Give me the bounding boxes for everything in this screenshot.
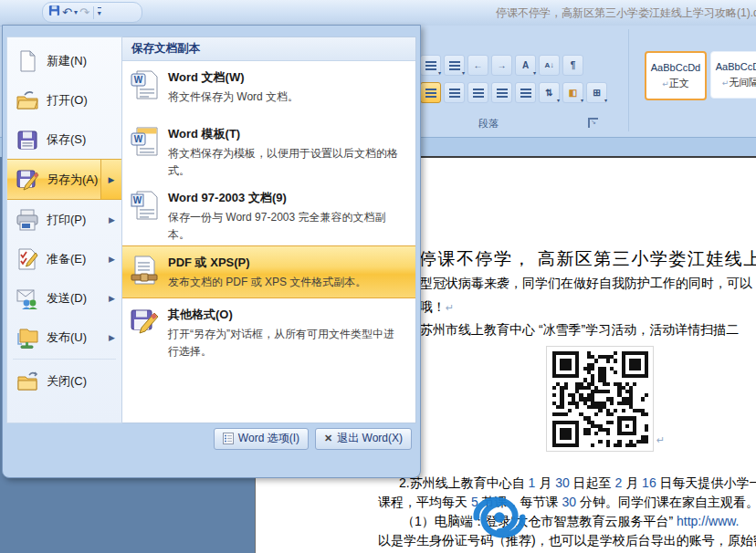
numbered-list-button[interactable]: ▾	[420, 55, 441, 76]
borders-button[interactable]: ⊞▾	[586, 82, 607, 103]
office-menu-footer: Word 选项(I) ✕ 退出 Word(X)	[6, 423, 416, 454]
align-left-button[interactable]	[420, 82, 441, 103]
undo-icon[interactable]: ↶	[62, 5, 72, 21]
blue-swirl-watermark	[464, 491, 535, 544]
menu-item-prepare[interactable]: 准备(E) ▶	[7, 239, 121, 278]
paragraph-dialog-launcher-icon[interactable]	[588, 118, 598, 128]
menu-item-save-as[interactable]: 另存为(A) ▶	[7, 159, 121, 200]
redo-icon: ↷	[79, 5, 89, 21]
titlebar: ↶▾ ↷ ▾ 停课不停学，高新区第三小学娄江娃线上学习攻略(1).docx - …	[0, 0, 756, 26]
document-text-line: 课程，平均每天 5 节课，每节课 30 分钟。同学们课在家自主观看。登	[378, 495, 756, 511]
svg-text:W: W	[133, 195, 142, 205]
window-title: 停课不停学，高新区第三小学娄江娃线上学习攻略(1).docx - Micr	[496, 5, 756, 21]
save-as-submenu-arrow[interactable]: ▶	[100, 160, 121, 199]
other-formats-icon	[130, 307, 159, 338]
paragraph-mark: ↵	[656, 434, 665, 446]
align-right-button[interactable]	[467, 82, 488, 103]
paragraph-group-label: 段落	[478, 117, 499, 130]
word-options-icon	[223, 433, 234, 444]
menu-separator	[13, 359, 116, 360]
menu-item-print[interactable]: 打印(P) ▶	[7, 200, 121, 239]
office-menu-left-column: 新建(N) 打开(O) 保存(S) 另存为(A) ▶ 打印(	[6, 37, 122, 423]
menu-item-publish[interactable]: 发布(U) ▶	[7, 318, 121, 357]
new-document-icon	[16, 49, 39, 73]
word-2007-window: ↶▾ ↷ ▾ 停课不停学，高新区第三小学娄江娃线上学习攻略(1).docx - …	[0, 0, 756, 553]
printer-icon	[16, 208, 39, 232]
submenu-item-pdf-xps[interactable]: PDF 或 XPS(P) 发布文档的 PDF 或 XPS 文件格式副本。	[122, 245, 415, 298]
document-text-line: 加苏州市线上教育中心 “冰雪季”学习活动，活动详情扫描二	[407, 322, 739, 339]
open-folder-icon	[16, 89, 39, 112]
document-text-line: 新型冠状病毒来袭，同学们在做好自我防护工作的同时，可以	[407, 276, 752, 292]
word-options-button[interactable]: Word 选项(I)	[214, 428, 309, 450]
prepare-icon	[16, 247, 39, 271]
save-icon	[16, 128, 39, 151]
justify-button[interactable]	[491, 82, 512, 103]
pdf-xps-icon	[130, 255, 159, 286]
save-icon[interactable]	[48, 5, 60, 21]
submenu-item-word-template[interactable]: W Word 模板(T) 将文档保存为模板，以便用于设置以后文档的格式。	[122, 118, 415, 182]
document-text-line: 停课不停学， 高新区第三小学娄江娃线上学	[419, 247, 756, 271]
exit-word-button[interactable]: ✕ 退出 Word(X)	[315, 428, 412, 450]
publish-icon	[16, 326, 39, 350]
menu-item-close[interactable]: 关闭(C)	[7, 361, 121, 401]
submenu-item-word-document[interactable]: W Word 文档(W) 将文件保存为 Word 文档。	[122, 61, 415, 118]
ribbon-paragraph-group: ▾ ▾ ← → A▾ A↓ ¶ ⇅▾ ◧▾ ⊞▾ 段落 AaBbCcDd ↵正文	[402, 26, 756, 137]
quick-access-toolbar: ↶▾ ↷ ▾	[42, 2, 142, 23]
svg-text:W: W	[134, 75, 143, 85]
shading-button[interactable]: ◧▾	[562, 82, 583, 103]
close-icon: ✕	[324, 433, 332, 444]
customize-qat-icon[interactable]: ▾	[98, 7, 101, 17]
word-97-2003-icon: W	[130, 190, 159, 221]
style-card-normal[interactable]: AaBbCcDd ↵正文	[645, 51, 707, 100]
word-template-icon: W	[130, 126, 159, 157]
office-menu: 新建(N) 打开(O) 保存(S) 另存为(A) ▶ 打印(	[2, 25, 421, 478]
decrease-indent-button[interactable]: ←	[467, 55, 488, 76]
styles-gallery: AaBbCcDd ↵正文 AaBbCcDd ↵无间隔	[632, 26, 756, 137]
menu-item-open[interactable]: 打开(O)	[7, 80, 121, 120]
svg-text:W: W	[134, 134, 143, 144]
menu-item-save[interactable]: 保存(S)	[7, 120, 121, 159]
close-folder-icon	[16, 370, 39, 393]
document-text-line: 2.苏州线上教育中心自 1 月 30 日起至 2 月 16 日每天提供小学一至	[399, 475, 756, 492]
show-paragraph-marks-button[interactable]: ¶	[562, 55, 583, 76]
style-card-no-spacing[interactable]: AaBbCcDd ↵无间隔	[710, 51, 756, 99]
send-email-icon	[16, 287, 39, 310]
increase-indent-button[interactable]: →	[491, 55, 512, 76]
qr-code	[546, 346, 654, 452]
save-as-submenu: 保存文档副本 W Word 文档(W) 将文件保存为 Word 文档。 W Wo…	[122, 37, 416, 423]
document-text-line: （1）电脑端：登录“太仓市智慧教育云服务平台” http://www.	[402, 514, 739, 530]
submenu-item-word-97-2003[interactable]: W Word 97-2003 文档(9) 保存一份与 Word 97-2003 …	[122, 182, 415, 245]
distributed-button[interactable]	[515, 82, 536, 103]
align-center-button[interactable]	[444, 82, 465, 103]
undo-dropdown-icon[interactable]: ▾	[74, 8, 78, 16]
qat-separator	[93, 6, 94, 19]
ribbon-group-separator	[628, 29, 629, 131]
sort-button[interactable]: A↓	[539, 55, 560, 76]
menu-item-send[interactable]: 发送(D) ▶	[7, 278, 121, 318]
asian-layout-button[interactable]: A▾	[515, 55, 536, 76]
menu-item-new[interactable]: 新建(N)	[7, 41, 121, 80]
submenu-item-other-formats[interactable]: 其他格式(O) 打开“另存为”对话框，从所有可用文件类型中进行选择。	[122, 298, 415, 371]
line-spacing-button[interactable]: ⇅▾	[539, 82, 560, 103]
word-document-icon: W	[130, 69, 159, 100]
document-text-line: 以是学生身份证号码（推荐)，也可以是学校后台导出的账号，原始密码	[378, 533, 756, 549]
multilevel-list-button[interactable]: ▾	[444, 55, 465, 76]
submenu-header: 保存文档副本	[122, 37, 415, 61]
save-as-icon	[16, 168, 39, 192]
